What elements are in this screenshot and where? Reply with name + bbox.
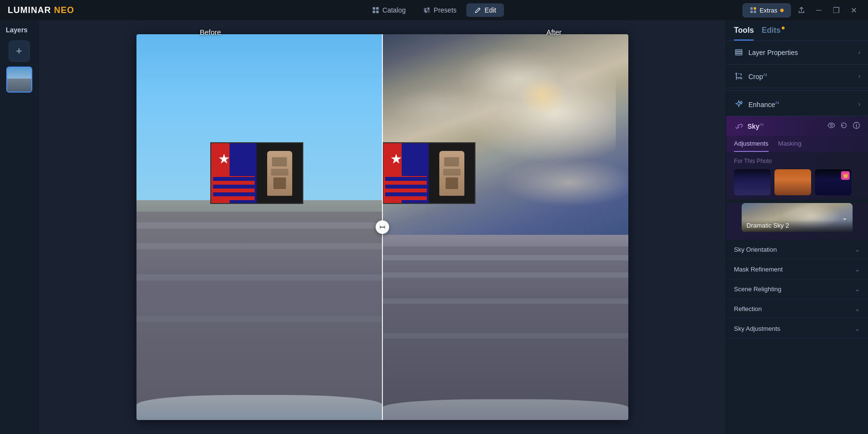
layer-properties-section[interactable]: Layer Properties › [726,41,868,65]
enhance-section[interactable]: EnhanceAI › [726,93,868,116]
sky-section-header: SkyAI [734,121,860,131]
presets-nav-button[interactable]: Presets [415,3,464,17]
enhance-label-text: Enhance [748,100,775,108]
share-icon [798,6,805,14]
layer-thumb-preview [7,68,31,92]
extras-icon [750,7,757,14]
sky-presets-row: 👑 [734,169,860,195]
sky-selector[interactable]: Dramatic Sky 2 ⌄ [742,203,853,232]
sky-orientation-row[interactable]: Sky Orientation ⌄ [726,240,868,259]
add-layer-icon: + [16,45,22,57]
enhance-icon-container [734,99,744,109]
scene-relighting-chevron: ⌄ [854,285,860,293]
sky-preset-3[interactable]: 👑 [815,169,852,195]
layers-panel: Layers + [0,20,39,434]
crop-ai-badge: AI [763,72,767,77]
mask-refinement-row[interactable]: Mask Refinement ⌄ [726,259,868,279]
catalog-nav-button[interactable]: Catalog [364,3,413,17]
maximize-button[interactable]: ❐ [829,3,843,17]
svg-point-6 [428,7,430,9]
scene-relighting-row[interactable]: Scene Relighting ⌄ [726,279,868,299]
masking-tab-label: Masking [778,140,801,147]
tools-tab[interactable]: Tools [734,26,754,41]
canvas-area: Before After [39,20,726,434]
presets-icon [423,6,431,14]
eye-icon [827,122,835,129]
edits-tab[interactable]: Edits· [761,26,784,41]
reflection-label: Reflection [734,305,854,312]
svg-rect-16 [735,52,742,53]
nav-bar: Catalog Presets Edit [364,3,504,17]
sky-selector-chevron: ⌄ [842,214,848,221]
after-image: ★ [382,34,628,420]
info-icon [853,122,860,129]
sky-label-text: SkyAI [747,122,824,130]
split-arrows-icon [379,224,386,231]
sky-visibility-button[interactable] [827,122,835,131]
layer-thumbnail[interactable] [6,67,32,93]
enhance-label: EnhanceAI [748,100,854,108]
sky-ai-badge: AI [760,122,764,127]
sky-orientation-chevron: ⌄ [854,245,860,253]
svg-point-8 [425,11,427,13]
cloud-icon [734,122,743,130]
add-layer-button[interactable]: + [9,41,30,62]
undo-icon [840,122,848,129]
adjustments-tab[interactable]: Adjustments [734,140,769,152]
minimize-button[interactable]: ─ [812,3,826,17]
extras-badge [780,9,784,12]
sky-selector-label: Dramatic Sky 2 [742,220,853,232]
crown-badge: 👑 [841,171,850,180]
sky-reset-button[interactable] [840,122,848,131]
crop-icon-container [734,71,744,81]
close-icon: ✕ [851,6,857,15]
close-button[interactable]: ✕ [847,3,860,17]
sky-preset-1[interactable] [734,169,771,195]
sky-preset-2[interactable] [774,169,811,195]
crop-section[interactable]: CropAI › [726,65,868,88]
sky-selector-container: Dramatic Sky 2 ⌄ [726,203,868,240]
catalog-label: Catalog [382,6,406,14]
panel-scroll[interactable]: Layer Properties › CropAI › [726,41,868,434]
sky-adjustments-row[interactable]: Sky Adjustments ⌄ [726,319,868,339]
layer-properties-icon [734,48,744,57]
presets-label: Presets [434,6,456,14]
split-handle[interactable] [376,220,389,234]
sparkle-icon [734,100,743,108]
maximize-icon: ❐ [833,6,840,15]
svg-rect-0 [373,7,375,10]
crop-label: CropAI [748,72,854,81]
masking-tab[interactable]: Masking [778,140,801,152]
edit-nav-button[interactable]: Edit [466,3,504,17]
svg-rect-15 [735,54,742,55]
sky-info-button[interactable] [853,122,860,131]
layer-properties-chevron: › [858,49,860,56]
sky-cloud-icon-container [734,121,744,131]
extras-button[interactable]: Extras [743,3,791,17]
thumb-structure [7,79,31,92]
sky-section[interactable]: SkyAI [726,116,868,136]
logo-luminar: LUMINAR [8,5,51,15]
svg-point-19 [830,124,832,126]
svg-rect-3 [376,11,379,13]
sky-action-icons [827,122,860,131]
enhance-ai-badge: AI [775,100,779,105]
dramatic-sky-label-text: Dramatic Sky 2 [746,222,789,229]
edit-icon [474,6,482,14]
share-button[interactable] [795,3,808,17]
image-container: ★ [39,20,726,434]
logo-neo: NEO [54,5,74,15]
svg-rect-2 [373,11,375,13]
window-controls: Extras ─ ❐ ✕ [743,3,860,17]
adjustments-tab-label: Adjustments [734,140,769,147]
crop-label-text: Crop [748,72,763,80]
reflection-row[interactable]: Reflection ⌄ [726,299,868,319]
title-bar: LUMINAR NEO Catalog Pres [0,0,868,20]
before-image: ★ [136,34,382,420]
mask-refinement-chevron: ⌄ [854,265,860,273]
split-view[interactable]: ★ [136,34,628,420]
edits-tab-dot: · [782,27,785,29]
right-panel: Tools Edits· Layer Properties › [726,20,868,434]
catalog-icon [372,6,380,14]
divider-1 [726,90,868,91]
